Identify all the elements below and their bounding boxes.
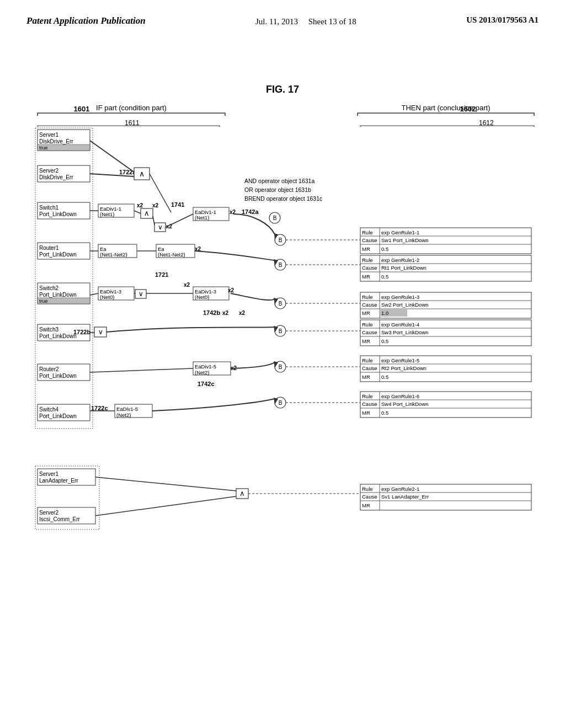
r1-4-rule-label: Rule	[362, 322, 373, 328]
ref-1721: 1721	[155, 271, 168, 278]
r1-6-mr-label: MR	[362, 410, 370, 416]
box-sv1-lan: Server1	[39, 471, 58, 477]
ref-1741: 1741	[171, 201, 184, 208]
box-sv1-lan-err: LanAdapter_Err	[39, 478, 78, 484]
x2-9: x2	[222, 310, 229, 316]
r1-3-cause-label: Cause	[362, 302, 377, 308]
box-router1: Router1	[39, 245, 59, 251]
r1-2-cause-label: Cause	[362, 265, 377, 271]
box-switch3-link: Port_LinkDown	[39, 333, 77, 339]
r1-5-cause-val: Rt2 Port_LinkDown	[381, 365, 427, 371]
box-switch1-link: Port_LinkDown	[39, 211, 77, 217]
sheet-number: Sheet 13 of 18	[308, 17, 356, 26]
box-switch2: Switch2	[39, 285, 58, 291]
r1-4-cause-val: Sw3 Port_LinkDown	[381, 329, 429, 335]
ref-1722c: 1722c	[91, 405, 108, 411]
r1-5-mr-val: 0.5	[381, 374, 388, 380]
publication-title: Patent Application Publication	[26, 15, 146, 26]
and-op-mid: ∧	[144, 209, 150, 217]
box-switch4-link: Port_LinkDown	[39, 413, 77, 419]
eadiv1-5-net2-b-sub: (Net2)	[116, 412, 131, 418]
b-node-r1-4: B	[279, 328, 282, 334]
r1-1-mr-val: 0.5	[381, 246, 388, 252]
svg-line-74	[153, 216, 154, 225]
and-op-bottom: ∧	[239, 489, 245, 497]
b-node-r1-5: B	[279, 364, 282, 370]
box-server2-disk-err: DiskDrive_Err	[39, 174, 73, 180]
box-switch2-true: true	[39, 298, 48, 304]
b-node-r1-1: B	[279, 237, 282, 243]
then-part-label: THEN part (conclusion part)	[401, 104, 490, 112]
patent-number: US 2013/0179563 A1	[466, 15, 539, 25]
eadiv1-3-net0-sub: (Net0)	[100, 294, 114, 300]
r1-5-mr-label: MR	[362, 374, 370, 380]
fig-title: FIG. 17	[266, 84, 299, 95]
x2-7: x2	[228, 287, 234, 293]
svg-line-82	[90, 368, 193, 372]
eadiv1-1-net1-sub: (Net1)	[100, 211, 114, 217]
x2-10: x2	[239, 310, 246, 316]
x2-1: x2	[137, 202, 143, 208]
box-sv2-iscsi: Server2	[39, 510, 58, 516]
r1-4-mr-val: 0.5	[381, 338, 388, 344]
b-node-1742a: B	[273, 215, 277, 221]
ea-net1-net2-r-sub: (Net1-Net2)	[158, 251, 185, 258]
eadiv1-5-net2: EaDiv1-5	[195, 363, 216, 370]
box-server1-true: true	[39, 145, 48, 151]
ref-1742b: 1742b	[203, 309, 220, 316]
r1-2-mr-label: MR	[362, 274, 370, 280]
or-op-sw2: ∨	[138, 290, 143, 298]
label-or-1631b: OR operator object 1631b	[244, 186, 311, 193]
eadiv1-3-net0-r-sub: (Net0)	[195, 294, 209, 300]
box-switch1: Switch1	[39, 205, 58, 211]
b-node-r1-3: B	[279, 301, 282, 307]
r1-3-rule-val: exp GenRule1-3	[381, 294, 419, 300]
x2-6: x2	[184, 282, 190, 288]
r1-1-cause-label: Cause	[362, 237, 377, 243]
box-server1-disk-err: DiskDrive_Err	[39, 138, 73, 144]
r1-1-rule-label: Rule	[362, 229, 373, 235]
r1-2-mr-val: 0.5	[381, 274, 388, 280]
r1-5-cause-label: Cause	[362, 365, 377, 371]
diagram-area: FIG. 17 1601 IF part (condition part) 16…	[26, 66, 539, 717]
diagram-svg: FIG. 17 1601 IF part (condition part) 16…	[26, 66, 539, 717]
r2-1-rule-label: Rule	[362, 486, 373, 492]
box-server2-disk: Server2	[39, 168, 58, 174]
r1-2-rule-label: Rule	[362, 257, 373, 263]
r1-2-rule-val: exp GenRule1-2	[381, 257, 419, 263]
r1-4-rule-val: exp GenRule1-4	[381, 322, 419, 328]
if-part-label: IF part (condition part)	[96, 104, 167, 112]
ref-1742c: 1742c	[198, 381, 215, 387]
r1-5-rule-label: Rule	[362, 357, 373, 363]
svg-line-91	[95, 496, 236, 516]
if-part-ref: 1601	[74, 105, 90, 113]
r1-4-cause-label: Cause	[362, 329, 377, 335]
r1-1-rule-val: exp GenRule1-1	[381, 229, 419, 235]
r1-6-rule-val: exp GenRule1-6	[381, 393, 419, 399]
page-header: Patent Application Publication Jul. 11, …	[0, 0, 565, 28]
r1-3-mr-val: 1.0	[381, 310, 388, 316]
r1-6-mr-val: 0.5	[381, 410, 388, 416]
svg-line-78	[90, 293, 98, 295]
r1-3-rule-label: Rule	[362, 294, 373, 300]
box-server1-disk: Server1	[39, 132, 58, 138]
and-op-1722a: ∧	[139, 169, 145, 178]
b-node-r1-6: B	[279, 400, 282, 406]
r1-1-mr-label: MR	[362, 246, 370, 252]
r2-1-cause-val: Sv1 LanAdapter_Err	[381, 494, 429, 500]
box-router2: Router2	[39, 366, 59, 372]
pub-date: Jul. 11, 2013	[255, 17, 298, 26]
ea-net1-net2-sub: (Net1-Net2)	[100, 251, 127, 258]
r1-2-cause-val: Rt1 Port_LinkDown	[381, 265, 427, 271]
svg-line-73	[134, 211, 141, 213]
box-sv2-iscsi-err: Iscsi_Comm_Err	[39, 516, 81, 522]
r2-1-rule-val: exp GenRule2-1	[381, 486, 419, 492]
box-router2-link: Port_LinkDown	[39, 373, 77, 379]
label-and-1631a: AND operator object 1631a	[244, 178, 315, 184]
r1-6-cause-val: Sw4 Port_LinkDown	[381, 401, 429, 407]
box-switch2-link: Port_LinkDown	[39, 292, 77, 298]
ref-1742a: 1742a	[242, 208, 259, 215]
sheet-info: Jul. 11, 2013 Sheet 13 of 18	[255, 15, 356, 28]
r1-6-rule-label: Rule	[362, 393, 373, 399]
ref-1722b: 1722b	[73, 329, 90, 335]
